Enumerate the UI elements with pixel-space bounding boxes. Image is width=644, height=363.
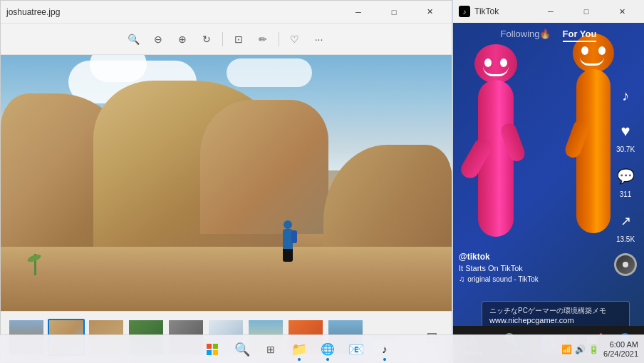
taskbar: 🔍 ⊞ 📁 🌐 📧 ♪ 📶 🔊	[0, 334, 644, 363]
tiktok-like-button[interactable]: ♥ 30.7K	[613, 118, 638, 153]
maximize-button[interactable]: □	[378, 2, 410, 22]
hiker-pack	[291, 230, 297, 243]
system-tray: 📶 🔊 🔋	[561, 344, 599, 354]
battery-icon[interactable]: 🔋	[588, 344, 599, 354]
watermark-overlay: ニッチなPCゲーマーの環境構築メモ www.nichepcgamer.com	[482, 301, 630, 326]
search-taskbar-button[interactable]: 🔍	[229, 337, 255, 362]
network-icon[interactable]: 📶	[561, 344, 572, 354]
music-disc-center	[623, 262, 628, 267]
share-icon: ↗	[613, 208, 638, 234]
actual-size-button[interactable]: ⊕	[171, 28, 194, 51]
tube-pink-arm-left	[458, 136, 495, 181]
file-explorer-button[interactable]: 📁	[286, 337, 312, 362]
tiktok-music-button[interactable]	[614, 253, 637, 276]
zoom-out-button[interactable]: ⊖	[147, 28, 170, 51]
comment-icon: 💬	[613, 163, 638, 189]
tiktok-comment-button[interactable]: 💬 311	[613, 163, 638, 198]
mail-icon: 📧	[348, 342, 364, 357]
tiktok-like-count: 30.7K	[616, 145, 635, 153]
folder-icon: 📁	[291, 342, 307, 357]
tiktok-indicator	[383, 358, 386, 361]
clock[interactable]: 6:00 AM 6/24/2021	[603, 340, 638, 358]
photo-scene	[1, 55, 452, 311]
tiktok-video-content[interactable]: Following🔥 For You	[453, 23, 644, 326]
tiktok-titlebar-controls: ─ □ ✕	[534, 1, 638, 21]
tiktok-maximize-button[interactable]: □	[570, 1, 603, 21]
taskbar-center: 🔍 ⊞ 📁 🌐 📧 ♪	[198, 337, 398, 362]
photo-content: ⊟	[1, 55, 452, 362]
mail-button[interactable]: 📧	[343, 337, 369, 362]
tube-pink-arm-right	[499, 121, 526, 163]
tiktok-top-nav: Following🔥 For You	[453, 29, 644, 42]
tube-pink-smile	[483, 66, 509, 76]
edge-icon: 🌐	[321, 342, 335, 356]
hiker-legs	[283, 249, 293, 262]
windows-logo-icon	[207, 344, 218, 355]
tiktok-window: ♪ TikTok ─ □ ✕ Following🔥 For You	[453, 0, 644, 363]
start-button[interactable]	[198, 337, 227, 362]
clock-date: 6/24/2021	[603, 349, 638, 358]
favorite-button[interactable]: ♡	[284, 28, 306, 51]
tiktok-title-area: ♪ TikTok	[459, 6, 499, 17]
cloud2	[227, 58, 312, 87]
photo-toolbar: 🔍 ⊖ ⊕ ↻ ⊡ ✏ ♡ ···	[1, 24, 452, 55]
taskbar-right: 📶 🔊 🔋 6:00 AM 6/24/2021	[561, 340, 638, 358]
tiktok-taskbar-icon: ♪	[382, 343, 388, 355]
minimize-button[interactable]: ─	[342, 2, 375, 22]
tiktok-username: @tiktok	[459, 252, 608, 262]
music-note-icon: ♫	[459, 275, 464, 283]
rotate-button[interactable]: ↻	[195, 28, 218, 51]
tube-pink-body	[478, 80, 514, 237]
tube-orange-eye-left	[581, 46, 588, 55]
tiktok-share-button[interactable]: ↗ 13.5K	[613, 208, 638, 243]
tiktok-description: It Starts On TikTok	[459, 264, 608, 272]
tube-orange-smile	[580, 57, 604, 66]
photo-main-image	[1, 55, 452, 311]
photo-viewer-title: joshuatree.jpg	[6, 7, 60, 17]
desktop: joshuatree.jpg ─ □ ✕ 🔍 ⊖ ⊕ ↻ ⊡ ✏ ♡ ···	[0, 0, 644, 363]
tiktok-sound: ♫ original sound - TikTok	[459, 275, 608, 283]
zoom-in-button[interactable]: 🔍	[123, 28, 145, 51]
tiktok-title-label: TikTok	[474, 6, 499, 16]
watermark-url: www.nichepcgamer.com	[489, 316, 622, 324]
erase-button[interactable]: ✏	[251, 28, 274, 51]
ground	[1, 247, 452, 311]
photo-viewer-window: joshuatree.jpg ─ □ ✕ 🔍 ⊖ ⊕ ↻ ⊡ ✏ ♡ ···	[0, 0, 452, 363]
tiktok-close-button[interactable]: ✕	[606, 1, 638, 21]
toolbar-separator	[222, 32, 223, 46]
tiktok-taskbar-button[interactable]: ♪	[372, 337, 398, 362]
titlebar-controls: ─ □ ✕	[342, 2, 446, 22]
tube-pink-head	[474, 44, 517, 83]
taskbar-indicator	[298, 358, 301, 361]
edge-button[interactable]: 🌐	[315, 337, 341, 362]
tiktok-action-panel: ♪ ♥ 30.7K 💬 311 ↗ 13.5K	[613, 83, 638, 276]
search-taskbar-icon: 🔍	[234, 342, 250, 357]
tube-orange-body	[576, 69, 611, 233]
tiktok-titlebar: ♪ TikTok ─ □ ✕	[453, 0, 644, 23]
taskview-icon: ⊞	[266, 344, 275, 355]
toolbar-separator-2	[279, 32, 279, 46]
photo-viewer-titlebar: joshuatree.jpg ─ □ ✕	[1, 1, 452, 24]
edge-indicator	[326, 358, 329, 361]
tiktok-sound-label: original sound - TikTok	[467, 275, 539, 283]
clock-time: 6:00 AM	[603, 340, 638, 349]
crop-button[interactable]: ⊡	[227, 28, 250, 51]
hiker	[280, 220, 296, 260]
tiktok-logo-icon: ♪	[613, 83, 638, 108]
watermark-japanese: ニッチなPCゲーマーの環境構築メモ	[489, 306, 622, 316]
tiktok-comment-count: 311	[620, 190, 632, 198]
tiktok-minimize-button[interactable]: ─	[534, 1, 567, 21]
more-button[interactable]: ···	[308, 28, 331, 51]
tube-orange-arm	[563, 118, 591, 160]
tube-orange-eye-right	[598, 46, 606, 55]
tiktok-nav-following[interactable]: Following🔥	[501, 29, 551, 42]
volume-icon[interactable]: 🔊	[575, 344, 586, 354]
hiker-head	[284, 220, 292, 229]
tiktok-background: Following🔥 For You	[453, 23, 644, 326]
tiktok-nav-foryou[interactable]: For You	[563, 29, 597, 42]
tiktok-logo-action[interactable]: ♪	[613, 83, 638, 108]
taskview-button[interactable]: ⊞	[258, 337, 284, 362]
tiktok-app-icon: ♪	[459, 6, 470, 17]
tiktok-share-count: 13.5K	[616, 235, 635, 243]
close-button[interactable]: ✕	[413, 2, 446, 22]
